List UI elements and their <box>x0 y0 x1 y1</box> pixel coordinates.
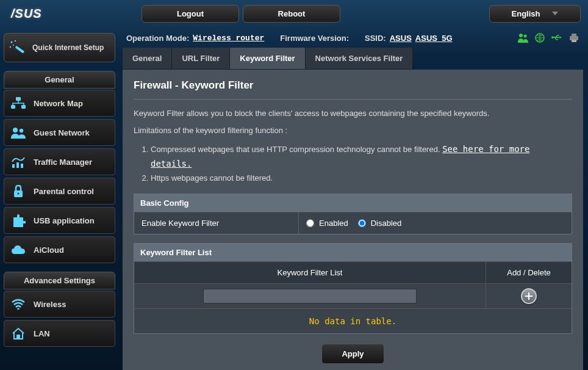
ssid-label: SSID: <box>365 34 386 43</box>
wifi-icon <box>10 297 26 311</box>
svg-rect-22 <box>572 34 576 36</box>
svg-rect-21 <box>570 36 578 40</box>
svg-rect-10 <box>12 164 15 168</box>
svg-point-9 <box>20 129 23 132</box>
tab-general[interactable]: General <box>123 48 172 69</box>
sidebar-label: Guest Network <box>34 128 90 137</box>
sidebar-item-parental-control[interactable]: Parental control <box>4 178 115 205</box>
basic-config-header: Basic Config <box>134 194 572 212</box>
quick-internet-setup[interactable]: Quick Internet Setup <box>4 33 115 62</box>
disabled-radio[interactable] <box>358 219 366 227</box>
globe-status-icon[interactable] <box>534 33 545 43</box>
sidebar-item-usb-application[interactable]: USB application <box>4 207 115 234</box>
usb-status-icon[interactable] <box>551 33 562 43</box>
sidebar-item-traffic-manager[interactable]: Traffic Manager <box>4 148 115 175</box>
disabled-label: Disabled <box>371 219 402 228</box>
page-description: Keyword Filter allows you to block the c… <box>134 108 572 119</box>
enabled-radio[interactable] <box>306 219 314 227</box>
tab-network-services-filter[interactable]: Network Services Filter <box>306 48 414 69</box>
limitation-2: Https webpages cannot be filtered. <box>151 172 572 185</box>
ssid-2-link[interactable]: ASUS_5G <box>415 34 453 43</box>
guest-network-icon <box>10 126 26 139</box>
sidebar-item-lan[interactable]: LAN <box>4 320 115 347</box>
qis-label: Quick Internet Setup <box>32 43 104 52</box>
language-label: English <box>512 9 540 18</box>
svg-point-2 <box>15 40 16 42</box>
op-mode-link[interactable]: Wireless router <box>193 34 264 43</box>
svg-point-3 <box>10 46 11 48</box>
svg-rect-0 <box>15 46 24 53</box>
puzzle-icon <box>10 214 26 227</box>
sidebar-item-aicloud[interactable]: AiCloud <box>4 236 115 263</box>
basic-config-box: Basic Config Enable Keyword Filter Enabl… <box>134 194 572 234</box>
svg-rect-16 <box>17 335 20 339</box>
sidebar-label: Traffic Manager <box>34 158 92 167</box>
keyword-input[interactable] <box>203 289 417 303</box>
apply-button[interactable]: Apply <box>321 344 384 364</box>
op-mode-label: Operation Mode: <box>126 34 189 43</box>
svg-point-8 <box>13 128 18 132</box>
column-keyword: Keyword Filter List <box>134 262 486 283</box>
tab-keyword-filter[interactable]: Keyword Filter <box>230 48 305 69</box>
sidebar-item-guest-network[interactable]: Guest Network <box>4 119 115 146</box>
cloud-icon <box>10 243 26 256</box>
enable-keyword-filter-label: Enable Keyword Filter <box>134 212 299 234</box>
logout-button[interactable]: Logout <box>142 5 239 23</box>
limitation-1: Compressed webpages that use HTTP compre… <box>151 142 572 172</box>
no-data-message: No data in table. <box>134 308 572 333</box>
language-selector[interactable]: English <box>489 5 581 23</box>
tab-url-filter[interactable]: URL Filter <box>172 48 230 69</box>
sidebar-label: Wireless <box>34 300 66 309</box>
svg-point-15 <box>17 308 20 310</box>
svg-rect-7 <box>21 105 26 109</box>
limitations-label: Limitations of the keyword filtering fun… <box>134 125 572 136</box>
page-title: Firewall - Keyword Filter <box>134 79 572 100</box>
reboot-button[interactable]: Reboot <box>243 5 340 23</box>
printer-status-icon[interactable] <box>568 33 579 43</box>
wand-icon <box>9 40 26 56</box>
svg-point-18 <box>524 35 527 38</box>
svg-rect-11 <box>16 162 19 168</box>
fw-label: Firmware Version: <box>280 34 349 43</box>
svg-rect-12 <box>21 164 23 168</box>
keyword-filter-list-box: Keyword Filter List Keyword Filter List … <box>134 243 572 334</box>
brand-logo: /SUS <box>7 7 117 21</box>
sidebar-item-wireless[interactable]: Wireless <box>4 291 115 317</box>
traffic-manager-icon <box>10 155 26 169</box>
chevron-down-icon <box>552 12 558 15</box>
sidebar-label: Parental control <box>34 187 94 196</box>
firewall-tabs: General URL Filter Keyword Filter Networ… <box>123 48 583 70</box>
add-button[interactable] <box>521 288 537 304</box>
general-section-header: General <box>4 71 115 89</box>
status-bar: Operation Mode: Wireless router Firmware… <box>123 27 583 48</box>
sidebar-label: Network Map <box>34 99 83 108</box>
svg-rect-23 <box>572 40 576 42</box>
sidebar-label: LAN <box>34 329 50 338</box>
svg-point-14 <box>18 193 20 195</box>
users-status-icon[interactable] <box>517 33 528 43</box>
sidebar-label: USB application <box>34 216 95 225</box>
lock-icon <box>10 184 26 198</box>
svg-point-17 <box>519 34 523 37</box>
svg-rect-6 <box>11 105 15 109</box>
keyword-filter-list-header: Keyword Filter List <box>134 244 572 261</box>
plus-icon <box>525 292 533 300</box>
advanced-section-header: Advanced Settings <box>4 272 115 289</box>
svg-point-4 <box>13 45 14 46</box>
svg-rect-5 <box>16 97 21 101</box>
home-icon <box>10 327 26 340</box>
enabled-label: Enabled <box>319 219 348 228</box>
network-map-icon <box>10 96 26 110</box>
svg-point-1 <box>11 42 13 43</box>
sidebar-item-network-map[interactable]: Network Map <box>4 90 115 117</box>
ssid-1-link[interactable]: ASUS <box>390 34 412 43</box>
sidebar-label: AiCloud <box>34 245 64 255</box>
column-add-delete: Add / Delete <box>486 262 572 283</box>
